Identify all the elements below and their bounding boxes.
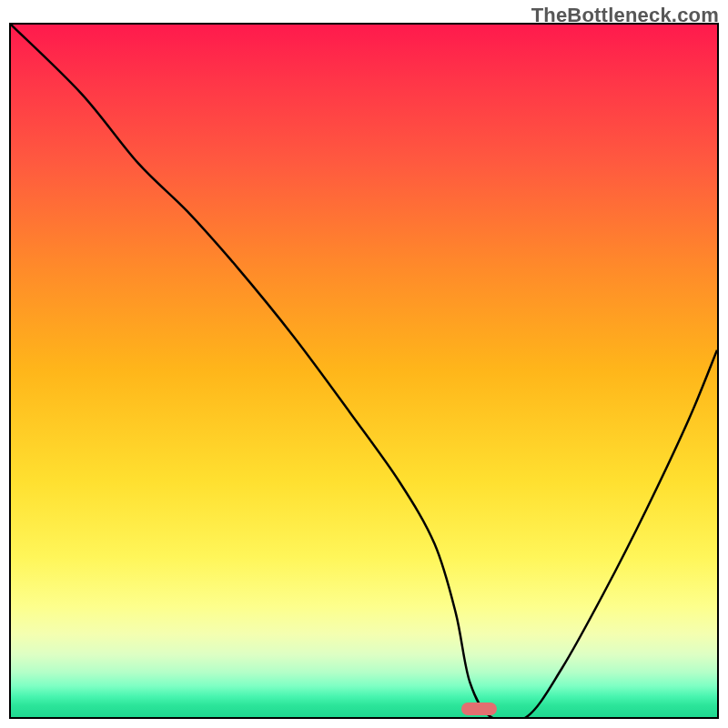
bottleneck-curve bbox=[11, 25, 717, 717]
optimal-marker bbox=[461, 703, 497, 715]
plot-area bbox=[9, 23, 719, 719]
chart-frame: TheBottleneck.com bbox=[0, 0, 728, 728]
curve-path bbox=[11, 25, 717, 717]
